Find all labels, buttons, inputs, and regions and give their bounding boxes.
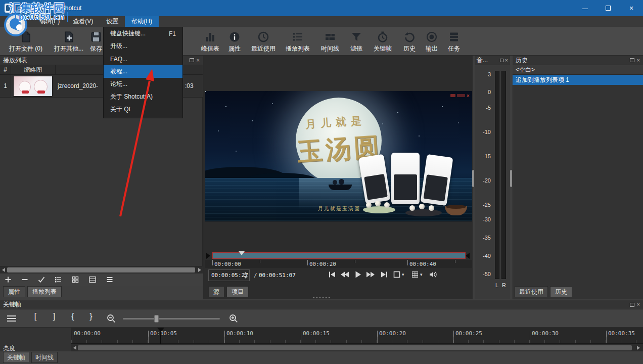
- playlist-hscrollbar[interactable]: [0, 266, 203, 274]
- zoom-slider-handle[interactable]: [154, 315, 159, 323]
- float-panel-icon[interactable]: [500, 59, 503, 62]
- update-clip-button[interactable]: [37, 276, 45, 284]
- menu-item-tutorials[interactable]: 教程...: [104, 65, 182, 78]
- scrollbar-thumb[interactable]: [7, 267, 195, 272]
- keyframes-tabs-strip: [0, 351, 643, 364]
- tab-keyframes[interactable]: 关键帧: [3, 352, 29, 363]
- scroll-right-icon[interactable]: [198, 268, 201, 272]
- column-index[interactable]: #: [0, 65, 11, 75]
- video-corner-close-icon[interactable]: ×: [467, 93, 470, 98]
- grid-button[interactable]: ▾: [411, 271, 427, 278]
- fast-forward-button[interactable]: [366, 271, 375, 278]
- menu-item-upgrade[interactable]: 升级...: [104, 40, 182, 53]
- keyframes-playhead-marker[interactable]: [157, 328, 164, 332]
- tab-history[interactable]: 历史: [550, 286, 572, 297]
- playhead-marker[interactable]: [239, 251, 245, 255]
- scroll-right-icon[interactable]: [637, 346, 640, 350]
- float-panel-icon[interactable]: [630, 58, 634, 62]
- remove-clip-button[interactable]: [21, 276, 29, 284]
- timecode-spinbox[interactable]: 00:00:05:27: [208, 269, 250, 281]
- column-thumbnail[interactable]: 缩略图: [11, 65, 56, 75]
- menu-item-about-shotcut[interactable]: 关于 Shotcut(A): [104, 90, 182, 103]
- toolbar-button-recent[interactable]: 最近使用: [247, 28, 280, 55]
- close-panel-icon[interactable]: ×: [505, 58, 508, 63]
- menu-settings[interactable]: 设置: [100, 16, 125, 27]
- scrub-ruler[interactable]: 00:00:00 00:00:20 00:00:40: [205, 260, 472, 268]
- view-details-button[interactable]: [88, 276, 97, 284]
- toolbar-button-history[interactable]: 历史: [398, 28, 421, 55]
- set-filter-start-button[interactable]: [: [30, 312, 40, 325]
- skip-start-button[interactable]: [328, 271, 337, 278]
- scrub-in-marker[interactable]: [206, 253, 210, 259]
- close-panel-icon[interactable]: ×: [637, 58, 640, 63]
- playlist-menu-button[interactable]: [106, 276, 114, 284]
- toolbar-button-playlist[interactable]: 播放列表: [281, 28, 315, 55]
- toolbar-button-timeline[interactable]: 时间线: [316, 28, 344, 55]
- spin-down-icon[interactable]: [244, 276, 248, 279]
- float-panel-icon[interactable]: [630, 303, 634, 307]
- toolbar-button-open-other[interactable]: 打开其他...: [50, 28, 88, 55]
- scrub-bar[interactable]: [212, 252, 466, 259]
- view-tiles-button[interactable]: [71, 276, 79, 284]
- keyframes-ruler[interactable]: 00:00:00 00:00:05 00:00:10 00:00:15 00:0…: [71, 328, 643, 344]
- scroll-left-icon[interactable]: [2, 268, 5, 272]
- splitter-handle-dots[interactable]: [312, 297, 331, 299]
- view-list-button[interactable]: [54, 276, 62, 284]
- boat-figure-2: [339, 179, 344, 185]
- toolbar-button-peaks[interactable]: 峰值表: [199, 28, 222, 55]
- skip-end-button[interactable]: [380, 271, 389, 278]
- tab-playlist[interactable]: 播放列表: [27, 286, 62, 297]
- float-panel-icon[interactable]: [190, 58, 194, 62]
- zoom-in-button[interactable]: [228, 313, 239, 324]
- history-item-blank[interactable]: <空白>: [513, 65, 643, 75]
- volume-button[interactable]: [429, 270, 438, 279]
- scrollbar-thumb[interactable]: [78, 345, 632, 350]
- tab-project[interactable]: 项目: [226, 286, 249, 297]
- menu-view[interactable]: 查看(V): [66, 16, 100, 27]
- product-package-2: [391, 153, 420, 204]
- play-button[interactable]: [354, 270, 362, 279]
- vertical-splitter-1[interactable]: [472, 170, 474, 187]
- menu-item-about-qt[interactable]: 关于 Qt: [104, 103, 182, 116]
- zoom-slider[interactable]: [123, 318, 220, 320]
- set-first-simple-keyframe-button[interactable]: {: [68, 312, 78, 325]
- set-second-simple-keyframe-button[interactable]: }: [86, 312, 96, 325]
- trim-tool-button[interactable]: ▾: [393, 271, 407, 278]
- menu-item-forum[interactable]: 论坛...: [104, 78, 182, 90]
- close-button[interactable]: ×: [620, 0, 643, 16]
- toolbar-button-properties[interactable]: 属性: [223, 28, 246, 55]
- close-panel-icon[interactable]: ×: [197, 58, 200, 63]
- tab-timeline[interactable]: 时间线: [31, 352, 58, 363]
- keyframes-hscrollbar[interactable]: [71, 344, 643, 351]
- tab-source[interactable]: 源: [208, 286, 224, 297]
- history-item-selected[interactable]: 追加到播放列表项 1: [513, 75, 643, 85]
- toolbar-button-open-file[interactable]: 打开文件 (0): [3, 28, 49, 55]
- minimize-button[interactable]: [573, 0, 596, 16]
- record-icon: [425, 30, 438, 43]
- menu-item-faq[interactable]: FAQ...: [104, 53, 182, 65]
- scrub-out-marker[interactable]: [466, 253, 470, 259]
- tab-properties[interactable]: 属性: [3, 286, 25, 297]
- toolbar-button-jobs[interactable]: 任务: [442, 28, 466, 55]
- menu-edit[interactable]: 编辑(E): [33, 16, 66, 27]
- toolbar-button-export[interactable]: 输出: [420, 28, 443, 55]
- set-filter-end-button[interactable]: ]: [49, 312, 59, 325]
- spin-up-icon[interactable]: [244, 272, 248, 275]
- toolbar-button-keyframes[interactable]: 关键帧: [369, 28, 397, 55]
- rewind-button[interactable]: [340, 271, 349, 278]
- history-header: 历史 ×: [513, 56, 643, 65]
- menu-item-shortcuts[interactable]: 键盘快捷键... F1: [104, 27, 182, 40]
- zoom-out-button[interactable]: [106, 313, 116, 324]
- maximize-button[interactable]: [596, 0, 620, 16]
- add-clip-button[interactable]: [4, 276, 12, 284]
- vertical-splitter-2[interactable]: [510, 170, 512, 187]
- toolbar-button-filters[interactable]: 滤镜: [345, 28, 368, 55]
- menu-file[interactable]: 文件(F): [0, 16, 33, 27]
- video-viewport[interactable]: 月儿就是 玉汤圆 月儿就是玉汤圆 ×: [205, 91, 472, 221]
- tab-recent[interactable]: 最近使用: [515, 286, 548, 297]
- time-divider: /: [254, 272, 257, 279]
- scroll-left-icon[interactable]: [73, 346, 76, 350]
- menu-help[interactable]: 帮助(H): [125, 16, 159, 27]
- keyframes-menu-button[interactable]: [6, 314, 17, 323]
- close-panel-icon[interactable]: ×: [637, 302, 640, 307]
